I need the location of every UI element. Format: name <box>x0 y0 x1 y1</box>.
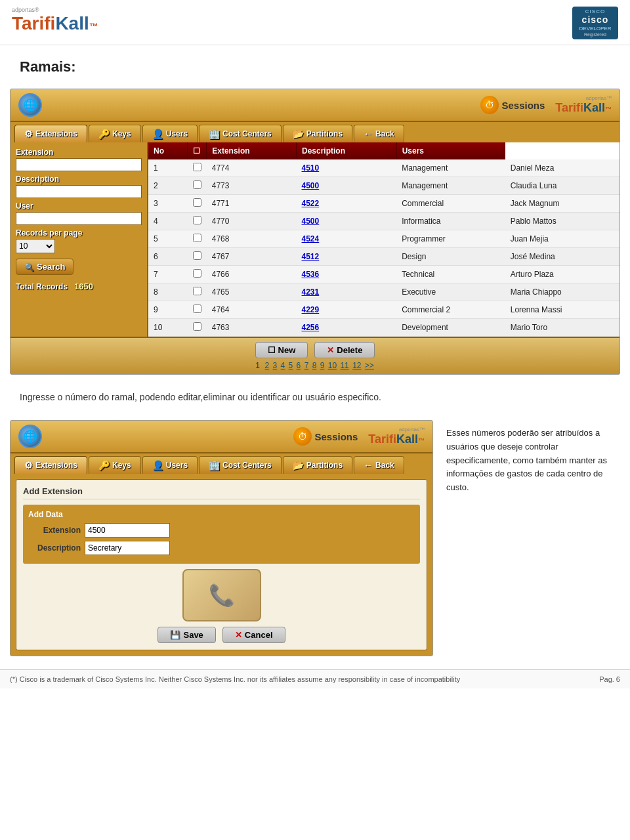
cell-ext[interactable]: 4524 <box>297 230 397 248</box>
action-buttons-1: ☐ New ✕ Delete <box>255 342 375 358</box>
cell-ext[interactable]: 4510 <box>297 159 397 177</box>
tab-keys-2[interactable]: 🔑 Keys <box>89 456 141 474</box>
tab-partitions-2[interactable]: 📂 Partitions <box>283 456 352 474</box>
extension-form-label: Extension <box>28 526 81 535</box>
partitions-icon-2: 📂 <box>293 460 304 471</box>
cell-checkbox[interactable] <box>188 301 207 319</box>
cell-checkbox[interactable] <box>188 248 207 266</box>
tab-extensions-label-1: Extensions <box>35 129 77 138</box>
tab-partitions-1[interactable]: 📂 Partitions <box>283 125 352 142</box>
pagination-link-8[interactable]: 8 <box>312 361 317 370</box>
cell-desc: Programmer <box>396 230 505 248</box>
cell-checkbox[interactable] <box>188 284 207 301</box>
cell-no: 10 <box>148 319 188 337</box>
pagination-link-3[interactable]: 3 <box>273 361 278 370</box>
cancel-button-label: Cancel <box>245 630 273 640</box>
pagination-link-5[interactable]: 5 <box>289 361 293 370</box>
app-header-left-2: 🌐 <box>18 425 42 448</box>
pagination-link-12[interactable]: 12 <box>352 361 361 370</box>
pagination-next[interactable]: >> <box>365 361 374 370</box>
new-button[interactable]: ☐ New <box>255 342 308 358</box>
cell-ext[interactable]: 4500 <box>297 213 397 230</box>
cell-ext[interactable]: 4536 <box>297 266 397 284</box>
cell-user: Maria Chiappo <box>505 284 620 301</box>
pagination-link-11[interactable]: 11 <box>340 361 348 370</box>
cell-ext[interactable]: 4522 <box>297 195 397 213</box>
extension-input[interactable] <box>16 158 142 171</box>
new-button-label: New <box>278 345 296 355</box>
back-icon-2: ← <box>364 460 373 471</box>
app-logo-orange-1: Tarifi <box>555 101 583 114</box>
description-input[interactable] <box>16 185 142 198</box>
pagination-link-7[interactable]: 7 <box>304 361 309 370</box>
tab-keys-label-2: Keys <box>112 461 131 470</box>
user-input[interactable] <box>16 212 142 225</box>
tab-users-2[interactable]: 👤 Users <box>142 456 198 474</box>
search-button[interactable]: 🔍 Search <box>16 259 74 275</box>
cisco-line2: DEVELOPER <box>579 26 612 32</box>
cell-ext[interactable]: 4231 <box>297 284 397 301</box>
cell-ext[interactable]: 4256 <box>297 319 397 337</box>
table-row: 4 4770 4500 Informatica Pablo Mattos <box>148 213 620 230</box>
adportas-small-1: adportas™ <box>586 95 612 101</box>
save-button[interactable]: 💾 Save <box>158 627 215 643</box>
globe-icon-2: 🌐 <box>18 425 42 448</box>
cell-no: 3 <box>148 195 188 213</box>
tab-extensions-label-2: Extensions <box>35 461 77 470</box>
cell-user: Arturo Plaza <box>505 266 620 284</box>
total-records-section: Total Records 1650 <box>16 282 142 291</box>
cell-ext[interactable]: 4229 <box>297 301 397 319</box>
users-icon-1: 👤 <box>152 129 163 139</box>
cell-checkbox[interactable] <box>188 213 207 230</box>
cell-checkbox[interactable] <box>188 266 207 284</box>
cell-checkbox[interactable] <box>188 177 207 195</box>
adportas-label: adportas® <box>12 7 98 13</box>
description-form-input[interactable] <box>85 541 170 555</box>
tab-extensions-2[interactable]: ⚙ Extensions <box>14 456 87 474</box>
description-field: Description <box>16 175 142 198</box>
cell-checkbox[interactable] <box>188 319 207 337</box>
tab-back-2[interactable]: ← Back <box>354 456 404 474</box>
tab-back-1[interactable]: ← Back <box>354 125 404 142</box>
records-per-page-select[interactable]: 10 20 50 <box>16 239 55 253</box>
pagination-link-9[interactable]: 9 <box>320 361 325 370</box>
app-logo-blue-2: Kall <box>396 432 418 446</box>
cell-num: 4768 <box>207 230 297 248</box>
tab-keys-1[interactable]: 🔑 Keys <box>89 125 141 142</box>
tab-extensions-1[interactable]: ⚙ Extensions <box>14 125 87 142</box>
app-header-1: 🌐 ⏱ Sessions adportas™ TarifiKall™ <box>10 89 620 122</box>
extensions-table: No ☐ Extension Description Users 1 4774 … <box>148 142 620 337</box>
pagination-link-10[interactable]: 10 <box>328 361 337 370</box>
tab-cost-centers-2[interactable]: 🏢 Cost Centers <box>199 456 282 474</box>
pagination-link-4[interactable]: 4 <box>281 361 285 370</box>
cell-ext[interactable]: 4512 <box>297 248 397 266</box>
cell-checkbox[interactable] <box>188 230 207 248</box>
action-bar-1: ☐ New ✕ Delete 1 2 3 4 5 6 7 8 9 10 11 1… <box>10 337 620 374</box>
cell-user: José Medina <box>505 248 620 266</box>
cell-checkbox[interactable] <box>188 159 207 177</box>
pagination-link-6[interactable]: 6 <box>297 361 301 370</box>
cell-desc: Management <box>396 159 505 177</box>
cisco-logo-text: cisco <box>582 14 609 26</box>
cancel-button[interactable]: ✕ Cancel <box>222 627 285 643</box>
sessions-badge-2: ⏱ Sessions <box>293 427 358 446</box>
cell-checkbox[interactable] <box>188 195 207 213</box>
delete-button[interactable]: ✕ Delete <box>314 342 375 358</box>
pagination-link-2[interactable]: 2 <box>264 361 269 370</box>
table-row: 10 4763 4256 Development Mario Toro <box>148 319 620 337</box>
cell-ext[interactable]: 4500 <box>297 177 397 195</box>
sessions-badge-1: ⏱ Sessions <box>480 96 545 114</box>
screenshot2-left: 🌐 ⏱ Sessions adportas™ TarifiKall™ ⚙ Ex <box>10 420 433 656</box>
sessions-icon-2: ⏱ <box>293 427 312 446</box>
app-header-left-1: 🌐 <box>18 93 42 117</box>
add-data-group: Add Data Extension Description <box>23 505 420 564</box>
extension-form-input[interactable] <box>85 523 170 537</box>
back-icon-1: ← <box>364 129 373 139</box>
tab-users-1[interactable]: 👤 Users <box>142 125 198 142</box>
table-row: 5 4768 4524 Programmer Juan Mejia <box>148 230 620 248</box>
tab-cost-centers-1[interactable]: 🏢 Cost Centers <box>199 125 282 142</box>
cancel-icon: ✕ <box>235 630 242 640</box>
cell-no: 2 <box>148 177 188 195</box>
records-per-page-field: Records per page 10 20 50 <box>16 228 142 253</box>
tab-users-label-1: Users <box>166 129 188 138</box>
